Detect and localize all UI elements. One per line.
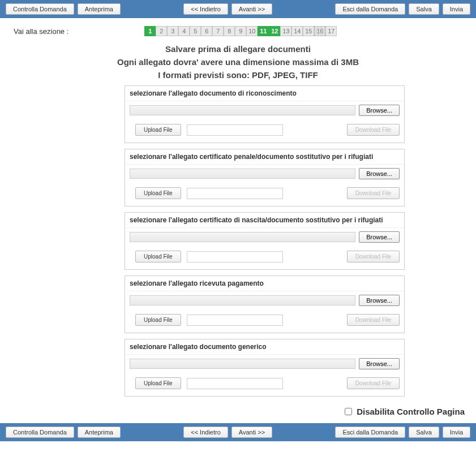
browse-button[interactable]: Browse... [359,295,400,306]
attachment-title: selezionare l'allegato certificato di na… [125,213,404,228]
back-button-bottom[interactable]: << Indietro [183,427,228,438]
top-toolbar: Controlla Domanda Anteprima << Indietro … [0,0,476,18]
section-page-6[interactable]: 6 [201,26,212,36]
upload-progress-bar [130,359,355,369]
download-button: Download File [347,251,400,262]
exit-button-bottom[interactable]: Esci dalla Domanda [335,427,405,438]
section-page-10[interactable]: 10 [246,26,258,36]
instruction-formats: I formati previsti sono: PDF, JPEG, TIFF [0,70,476,80]
instruction-max-size: Ogni allegato dovra' avere una dimension… [0,57,476,67]
section-page-15[interactable]: 15 [303,26,314,36]
section-page-8[interactable]: 8 [224,26,235,36]
upload-progress-bar [130,295,355,305]
section-page-4[interactable]: 4 [178,26,190,36]
browse-row: Browse... [125,228,404,245]
upload-button[interactable]: Upload File [135,377,181,389]
action-row: Upload FileDownload File [125,308,404,327]
back-button[interactable]: << Indietro [183,3,228,15]
upload-button[interactable]: Upload File [135,187,181,199]
browse-row: Browse... [125,291,404,308]
upload-button[interactable]: Upload File [135,314,181,326]
upload-button[interactable]: Upload File [135,251,181,262]
save-button-bottom[interactable]: Salva [409,427,439,438]
section-page-13[interactable]: 13 [280,26,291,36]
disable-page-check-row: Disabilita Controllo Pagina [0,402,476,423]
browse-row: Browse... [125,101,404,118]
disable-page-check-label[interactable]: Disabilita Controllo Pagina [342,407,465,416]
next-button-bottom[interactable]: Avanti >> [231,427,272,438]
browse-button[interactable]: Browse... [359,358,400,369]
section-page-12[interactable]: 12 [269,26,280,36]
attachment-title: selezionare l'allegato certificato penal… [125,149,404,165]
browse-button[interactable]: Browse... [359,231,400,243]
attachment-title: selezionare l'allegato documento generic… [125,339,404,355]
attachment-box-2: selezionare l'allegato certificato di na… [125,212,405,270]
file-name-field [187,251,283,262]
section-page-9[interactable]: 9 [235,26,246,36]
download-button: Download File [347,377,400,389]
bottom-toolbar: Controlla Domanda Anteprima << Indietro … [0,423,476,441]
section-nav-label: Vai alla sezione : [14,27,68,36]
browse-row: Browse... [125,165,404,182]
action-row: Upload FileDownload File [125,372,404,390]
file-name-field [187,124,283,136]
browse-button[interactable]: Browse... [359,168,400,179]
section-page-17[interactable]: 17 [325,26,337,36]
check-request-button-bottom[interactable]: Controlla Domanda [6,427,74,438]
send-button-bottom[interactable]: Invia [443,427,470,438]
section-page-14[interactable]: 14 [291,26,303,36]
next-button[interactable]: Avanti >> [231,3,272,15]
browse-row: Browse... [125,355,404,372]
section-page-2[interactable]: 2 [156,26,167,36]
action-row: Upload FileDownload File [125,245,404,264]
instruction-save-first: Salvare prima di allegare documenti [0,44,476,54]
attachment-title: selezionare l'allegato ricevuta pagament… [125,276,404,291]
upload-progress-bar [130,105,355,115]
file-name-field [187,315,283,326]
upload-progress-bar [130,169,355,179]
check-request-button[interactable]: Controlla Domanda [6,3,74,15]
disable-page-check-text: Disabilita Controllo Pagina [357,407,465,416]
preview-button-bottom[interactable]: Anteprima [78,427,121,438]
section-page-11[interactable]: 11 [258,26,269,36]
preview-button[interactable]: Anteprima [78,3,121,15]
action-row: Upload FileDownload File [125,182,404,200]
section-page-5[interactable]: 5 [190,26,201,36]
section-page-1[interactable]: 1 [144,26,156,36]
file-name-field [187,188,283,199]
attachment-box-1: selezionare l'allegato certificato penal… [125,149,405,206]
upload-progress-bar [130,232,355,242]
attachment-title: selezionare l'allegato documento di rico… [125,86,404,101]
attachment-box-0: selezionare l'allegato documento di rico… [125,85,405,143]
disable-page-check-checkbox[interactable] [345,408,352,415]
section-page-3[interactable]: 3 [167,26,178,36]
attachment-box-3: selezionare l'allegato ricevuta pagament… [125,275,405,333]
upload-button[interactable]: Upload File [135,124,181,136]
browse-button[interactable]: Browse... [359,105,400,116]
section-page-7[interactable]: 7 [212,26,224,36]
attachments-container: selezionare l'allegato documento di rico… [125,85,405,397]
download-button: Download File [347,124,400,136]
exit-button[interactable]: Esci dalla Domanda [335,3,405,15]
file-name-field [187,378,283,389]
send-button[interactable]: Invia [443,3,470,15]
section-nav: Vai alla sezione : 123456789101112131415… [0,18,476,41]
section-page-16[interactable]: 16 [314,26,325,36]
download-button: Download File [347,314,400,326]
download-button: Download File [347,187,400,199]
attachment-box-4: selezionare l'allegato documento generic… [125,339,405,397]
action-row: Upload FileDownload File [125,118,404,137]
save-button[interactable]: Salva [409,3,439,15]
